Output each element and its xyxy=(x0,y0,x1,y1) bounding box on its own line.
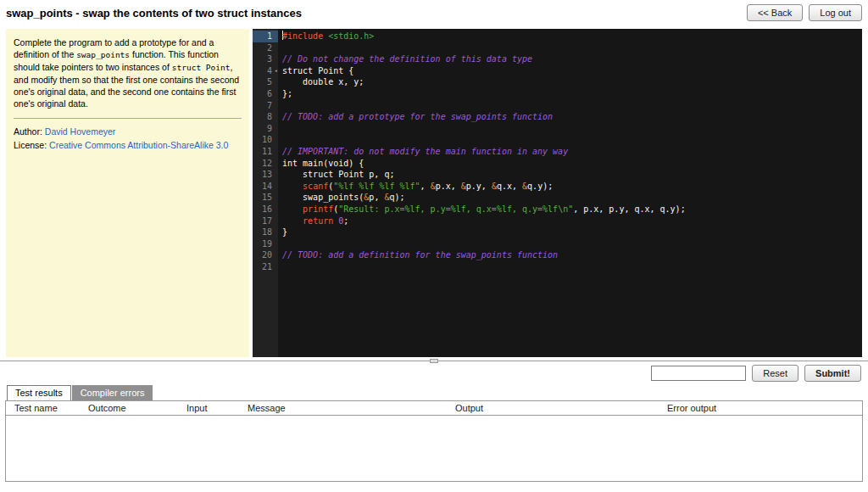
gutter-line-number[interactable]: 21 xyxy=(253,261,278,273)
problem-divider xyxy=(14,118,242,119)
code-line[interactable] xyxy=(282,123,862,135)
problem-description: Complete the program to add a prototype … xyxy=(14,36,242,109)
code-line[interactable] xyxy=(282,238,862,250)
reset-button[interactable]: Reset xyxy=(752,365,798,382)
splitter-handle-icon[interactable] xyxy=(430,359,438,363)
gutter-line-number[interactable]: 17 xyxy=(253,215,278,227)
gutter-line-number[interactable]: 9 xyxy=(253,123,278,135)
gutter-line-number[interactable]: 13 xyxy=(253,169,278,181)
header-actions: << Back Log out xyxy=(747,4,862,21)
gutter-line-number[interactable]: 8 xyxy=(253,111,278,123)
code-line[interactable]: } xyxy=(282,226,862,238)
code-line[interactable] xyxy=(282,134,862,146)
code-line[interactable]: printf("Result: p.x=%lf, p.y=%lf, q.x=%l… xyxy=(282,204,862,215)
results-column-header: Message xyxy=(239,403,447,413)
logout-button[interactable]: Log out xyxy=(809,4,862,21)
submit-button[interactable]: Submit! xyxy=(804,365,861,382)
gutter-line-number[interactable]: 11 xyxy=(253,146,278,158)
license-link[interactable]: Creative Commons Attribution-ShareAlike … xyxy=(49,140,228,150)
results-tabs: Test results Compiler errors xyxy=(0,385,868,400)
code-line[interactable]: swap_points(&p, &q); xyxy=(282,192,862,204)
code-line[interactable]: double x, y; xyxy=(282,76,862,88)
tab-test-results[interactable]: Test results xyxy=(7,385,71,400)
header: swap_points - swap the contents of two s… xyxy=(0,0,868,25)
results-panel: Test nameOutcomeInputMessageOutputError … xyxy=(5,400,863,482)
answer-input[interactable] xyxy=(651,366,746,381)
code-line[interactable]: scanf("%lf %lf %lf %lf", &p.x, &p.y, &q.… xyxy=(282,181,862,193)
gutter-line-number[interactable]: 3 xyxy=(253,53,278,65)
code-line[interactable]: }; xyxy=(282,88,862,100)
splitter[interactable] xyxy=(0,361,868,361)
description-text: struct Point xyxy=(172,63,231,72)
license-label: License: xyxy=(14,140,47,150)
results-column-header: Input xyxy=(178,403,239,413)
gutter-line-number[interactable]: 4▾ xyxy=(253,65,278,77)
gutter-line-number[interactable]: 6 xyxy=(253,88,278,100)
code-line[interactable] xyxy=(282,100,862,112)
author-label: Author: xyxy=(14,126,42,137)
code-line[interactable]: // Do not change the definition of this … xyxy=(282,53,862,65)
page-title: swap_points - swap the contents of two s… xyxy=(6,7,302,20)
main-split: Complete the program to add a prototype … xyxy=(0,25,868,357)
license-line: License:Creative Commons Attribution-Sha… xyxy=(14,139,242,151)
gutter-line-number[interactable]: 14 xyxy=(253,181,278,193)
results-column-header: Test name xyxy=(6,403,80,413)
results-column-header: Output xyxy=(447,403,659,413)
gutter-line-number[interactable]: 7 xyxy=(253,100,278,112)
gutter-line-number[interactable]: 10 xyxy=(253,134,278,146)
editor-gutter: 1234▾56789101112131415161718192021 xyxy=(253,29,278,357)
code-line[interactable]: struct Point { xyxy=(282,65,862,77)
editor-code[interactable]: #include <stdio.h>// Do not change the d… xyxy=(278,29,862,357)
results-header: Test nameOutcomeInputMessageOutputError … xyxy=(6,401,862,416)
gutter-line-number[interactable]: 18 xyxy=(253,226,278,238)
author-link[interactable]: David Hovemeyer xyxy=(45,126,115,137)
code-line[interactable]: struct Point p, q; xyxy=(282,169,862,181)
code-line[interactable]: // TODO: add a prototype for the swap_po… xyxy=(282,111,862,123)
code-line[interactable]: int main(void) { xyxy=(282,158,862,170)
problem-panel: Complete the program to add a prototype … xyxy=(6,29,249,357)
submit-controls: Reset Submit! xyxy=(0,361,868,385)
gutter-line-number[interactable]: 1 xyxy=(253,31,278,42)
results-column-header: Error output xyxy=(659,403,862,413)
gutter-line-number[interactable]: 16 xyxy=(253,204,278,215)
code-line[interactable]: // TODO: add a definition for the swap_p… xyxy=(282,249,862,261)
code-editor[interactable]: 1234▾56789101112131415161718192021 #incl… xyxy=(253,29,862,357)
results-column-header: Outcome xyxy=(80,403,178,413)
gutter-line-number[interactable]: 15 xyxy=(253,192,278,204)
gutter-line-number[interactable]: 5 xyxy=(253,76,278,88)
code-line[interactable] xyxy=(282,42,862,54)
code-line[interactable] xyxy=(282,261,862,273)
code-line[interactable]: return 0; xyxy=(282,215,862,227)
tab-compiler-errors[interactable]: Compiler errors xyxy=(72,385,153,400)
author-line: Author:David Hovemeyer xyxy=(14,126,242,137)
back-button[interactable]: << Back xyxy=(747,4,803,21)
gutter-line-number[interactable]: 19 xyxy=(253,238,278,250)
results-body xyxy=(6,416,862,481)
code-line[interactable]: // IMPORTANT: do not modify the main fun… xyxy=(282,146,862,158)
gutter-line-number[interactable]: 2 xyxy=(253,42,278,54)
gutter-line-number[interactable]: 20 xyxy=(253,249,278,261)
code-line[interactable]: #include <stdio.h> xyxy=(282,31,862,42)
description-text: swap_points xyxy=(76,50,130,59)
gutter-line-number[interactable]: 12 xyxy=(253,158,278,170)
fold-icon[interactable]: ▾ xyxy=(275,66,278,78)
